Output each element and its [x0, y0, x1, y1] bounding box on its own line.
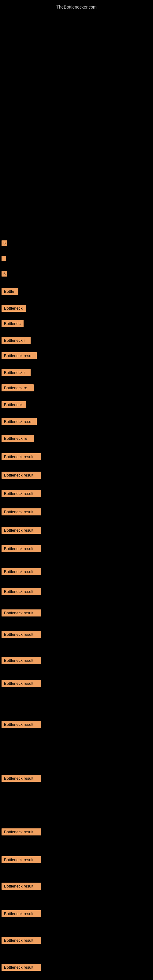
bottleneck-badge-b26[interactable]: Bottleneck result [2, 721, 41, 728]
bottleneck-badge-b30[interactable]: Bottleneck result [2, 883, 41, 890]
bottleneck-badge-b31[interactable]: Bottleneck result [2, 910, 41, 917]
bottleneck-badge-b24[interactable]: Bottleneck result [2, 657, 41, 664]
bottleneck-badge-b14[interactable]: Bottleneck result [2, 453, 41, 460]
bottleneck-badge-b23[interactable]: Bottleneck result [2, 631, 41, 638]
bottleneck-badge-b11[interactable]: Bottleneck [2, 401, 26, 408]
bottleneck-badge-b28[interactable]: Bottleneck result [2, 829, 41, 835]
bottleneck-badge-b3[interactable]: B [2, 271, 7, 277]
bottleneck-badge-b2[interactable]: | [2, 256, 6, 261]
site-title: TheBottlenecker.com [56, 2, 97, 13]
bottleneck-badge-b1[interactable]: B [2, 240, 7, 246]
bottleneck-badge-b21[interactable]: Bottleneck result [2, 588, 41, 595]
bottleneck-badge-b7[interactable]: Bottleneck r [2, 337, 30, 344]
bottleneck-badge-b33[interactable]: Bottleneck result [2, 964, 41, 971]
bottleneck-badge-b19[interactable]: Bottleneck result [2, 545, 41, 552]
bottleneck-badge-b25[interactable]: Bottleneck result [2, 680, 41, 687]
bottleneck-badge-b8[interactable]: Bottleneck resu [2, 352, 37, 359]
bottleneck-badge-b22[interactable]: Bottleneck result [2, 609, 41, 616]
bottleneck-badge-b27[interactable]: Bottleneck result [2, 775, 41, 782]
bottleneck-badge-b16[interactable]: Bottleneck result [2, 490, 41, 497]
bottleneck-badge-b9[interactable]: Bottleneck r [2, 369, 30, 376]
bottleneck-badge-b18[interactable]: Bottleneck result [2, 527, 41, 534]
bottleneck-badge-b12[interactable]: Bottleneck resu [2, 418, 37, 425]
bottleneck-badge-b10[interactable]: Bottleneck re [2, 384, 33, 391]
bottleneck-badge-b20[interactable]: Bottleneck result [2, 568, 41, 575]
bottleneck-badge-b15[interactable]: Bottleneck result [2, 472, 41, 479]
bottleneck-badge-b6[interactable]: Bottlenec [2, 320, 24, 327]
bottleneck-badge-b4[interactable]: Bottle [2, 288, 18, 295]
bottleneck-badge-b17[interactable]: Bottleneck result [2, 508, 41, 515]
bottleneck-badge-b5[interactable]: Bottleneck [2, 305, 26, 312]
bottleneck-badge-b32[interactable]: Bottleneck result [2, 937, 41, 944]
bottleneck-badge-b13[interactable]: Bottleneck re [2, 435, 33, 442]
bottleneck-badge-b29[interactable]: Bottleneck result [2, 856, 41, 863]
